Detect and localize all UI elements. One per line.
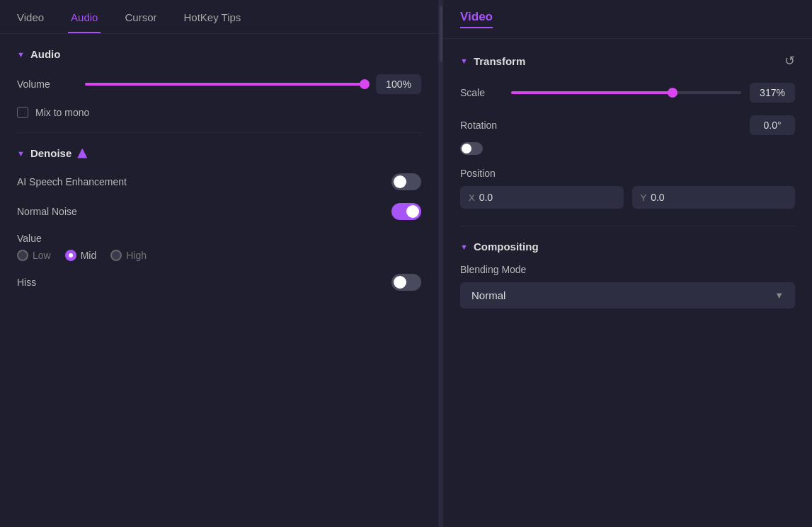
transform-header: ▼ Transform ↺ <box>460 53 795 69</box>
normal-noise-toggle-knob <box>406 205 419 218</box>
position-section: Position X 0.0 Y 0.0 <box>460 168 795 209</box>
radio-high[interactable]: High <box>110 250 147 261</box>
radio-high-circle <box>110 250 122 261</box>
scale-row: Scale 317% <box>460 83 795 103</box>
scale-slider[interactable] <box>511 91 741 94</box>
tab-cursor[interactable]: Cursor <box>122 0 159 33</box>
ai-speech-toggle[interactable] <box>391 173 421 190</box>
x-value: 0.0 <box>479 192 493 203</box>
right-panel: Video ▼ Transform ↺ Scale 317% Rotation … <box>443 0 812 527</box>
compositing-section: ▼ Compositing Blending Mode Normal ▼ <box>460 241 795 308</box>
hiss-toggle-knob <box>394 276 406 289</box>
rotation-toggle-area <box>460 142 795 155</box>
transform-chevron-icon[interactable]: ▼ <box>460 57 468 65</box>
position-y-input[interactable]: Y 0.0 <box>632 186 796 209</box>
normal-noise-row: Normal Noise <box>17 203 421 220</box>
tab-video[interactable]: Video <box>14 0 47 33</box>
noise-value-radio-group: Low Mid High <box>17 250 421 261</box>
tab-audio[interactable]: Audio <box>68 0 101 33</box>
compositing-section-title: Compositing <box>474 241 539 253</box>
normal-noise-label: Normal Noise <box>17 206 77 217</box>
scale-label: Scale <box>460 87 503 98</box>
rotation-toggle[interactable] <box>460 142 483 155</box>
volume-row: Volume 100% <box>17 74 421 94</box>
blending-label: Blending Mode <box>460 264 795 275</box>
hiss-label: Hiss <box>17 277 36 288</box>
radio-mid[interactable]: Mid <box>65 250 97 261</box>
y-value: 0.0 <box>651 192 664 203</box>
tab-bar: Video Audio Cursor HotKey Tips <box>0 0 438 34</box>
compositing-divider <box>460 226 795 226</box>
radio-low[interactable]: Low <box>17 250 51 261</box>
denoise-section-title: Denoise <box>30 147 72 159</box>
blending-value: Normal <box>471 289 505 301</box>
blending-mode-select[interactable]: Normal ▼ <box>460 282 795 308</box>
hiss-toggle[interactable] <box>391 274 421 291</box>
scroll-track[interactable] <box>440 6 442 62</box>
denoise-chevron-icon[interactable]: ▼ <box>17 149 25 158</box>
mix-to-mono-label: Mix to mono <box>35 107 89 118</box>
radio-high-label: High <box>126 250 147 261</box>
audio-section-title: Audio <box>30 48 61 60</box>
reset-transform-icon[interactable]: ↺ <box>784 53 795 69</box>
left-panel: Video Audio Cursor HotKey Tips ▼ Audio V… <box>0 0 439 527</box>
volume-slider[interactable] <box>85 83 365 86</box>
left-panel-content: ▼ Audio Volume 100% Mix to mono ▼ Denois… <box>0 34 438 527</box>
volume-value[interactable]: 100% <box>376 74 421 94</box>
position-inputs: X 0.0 Y 0.0 <box>460 186 795 209</box>
section-divider <box>17 132 421 133</box>
radio-low-label: Low <box>33 250 51 261</box>
rotation-label: Rotation <box>460 120 497 131</box>
right-panel-header: Video <box>443 0 812 39</box>
radio-mid-label: Mid <box>81 250 97 261</box>
right-panel-title: Video <box>460 10 493 28</box>
audio-chevron-icon[interactable]: ▼ <box>17 50 25 59</box>
value-label: Value <box>17 233 421 244</box>
y-axis-label: Y <box>641 192 647 203</box>
hiss-row: Hiss <box>17 274 421 291</box>
scale-value[interactable]: 317% <box>750 83 795 103</box>
tab-hotkey-tips[interactable]: HotKey Tips <box>181 0 244 33</box>
rotation-toggle-knob <box>462 144 471 154</box>
normal-noise-toggle[interactable] <box>391 203 421 220</box>
ai-speech-label: AI Speech Enhancement <box>17 176 127 187</box>
position-x-input[interactable]: X 0.0 <box>460 186 624 209</box>
value-section: Value Low Mid High <box>17 233 421 261</box>
denoise-section-header: ▼ Denoise <box>17 147 421 159</box>
transform-section-title: Transform <box>474 55 525 67</box>
transform-title-row: ▼ Transform <box>460 55 525 67</box>
ai-speech-toggle-knob <box>394 175 406 188</box>
rotation-value[interactable]: 0.0° <box>750 115 795 135</box>
mix-to-mono-checkbox[interactable] <box>17 107 28 118</box>
blending-chevron-icon: ▼ <box>774 290 784 301</box>
right-panel-content: ▼ Transform ↺ Scale 317% Rotation 0.0° <box>443 39 812 527</box>
radio-mid-circle <box>65 250 76 261</box>
rotation-header-row: Rotation 0.0° <box>460 115 795 135</box>
audio-section-header: ▼ Audio <box>17 48 421 60</box>
compositing-chevron-icon[interactable]: ▼ <box>460 243 468 251</box>
mix-to-mono-row: Mix to mono <box>17 107 421 118</box>
rotation-section: Rotation 0.0° <box>460 115 795 155</box>
denoise-badge-icon <box>77 149 87 158</box>
volume-label: Volume <box>17 79 74 90</box>
position-label: Position <box>460 168 795 179</box>
compositing-header: ▼ Compositing <box>460 241 795 253</box>
ai-speech-row: AI Speech Enhancement <box>17 173 421 190</box>
radio-low-circle <box>17 250 28 261</box>
x-axis-label: X <box>469 192 475 203</box>
